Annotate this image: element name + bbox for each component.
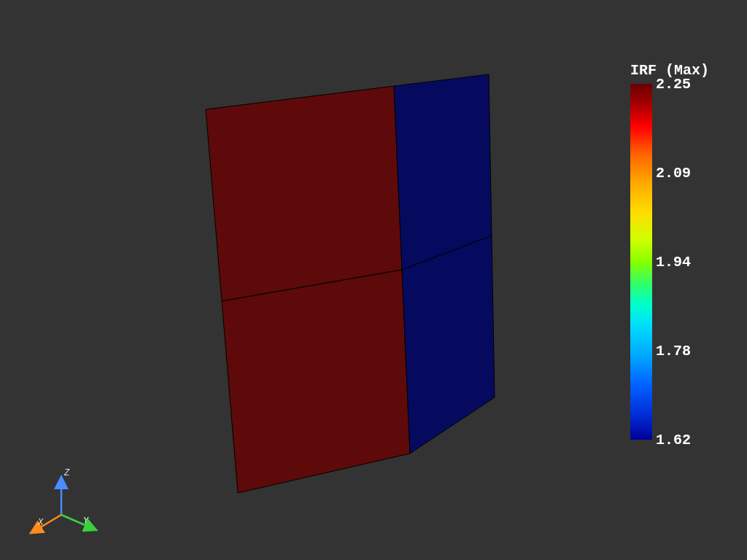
element-bottom-right: [402, 236, 495, 454]
legend-tick-2: 1.94: [656, 254, 691, 271]
legend-tick-1: 1.78: [656, 343, 691, 359]
viewport-3d[interactable]: IRF (Max) 2.25 2.09 1.94 1.78 1.62 Z: [0, 0, 747, 560]
legend-ticks: 2.25 2.09 1.94 1.78 1.62: [656, 84, 714, 440]
axis-y-label: Y: [83, 516, 89, 526]
legend-tick-3: 2.09: [656, 165, 691, 182]
axis-z-label: Z: [63, 468, 70, 478]
element-top-right: [394, 74, 492, 270]
element-top-left: [206, 86, 402, 301]
legend-colorbar: [630, 84, 652, 440]
axis-x-label: X: [37, 518, 44, 528]
color-legend: IRF (Max) 2.25 2.09 1.94 1.78 1.62: [630, 62, 732, 456]
legend-tick-min: 1.62: [656, 432, 691, 448]
axis-triad[interactable]: Z Y X: [16, 456, 104, 544]
axis-y: [61, 515, 95, 529]
element-bottom-left: [222, 270, 410, 493]
legend-tick-max: 2.25: [656, 76, 691, 93]
axis-x: [32, 515, 61, 532]
